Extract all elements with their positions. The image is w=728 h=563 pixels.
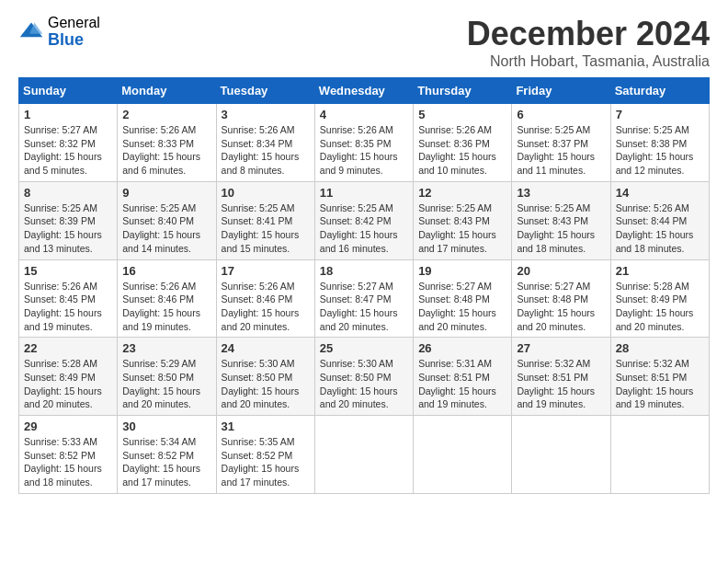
day-info: Sunrise: 5:26 AMSunset: 8:33 PMDaylight:… bbox=[122, 123, 210, 178]
page-header: General Blue December 2024 North Hobart,… bbox=[18, 15, 710, 70]
title-area: December 2024 North Hobart, Tasmania, Au… bbox=[467, 15, 710, 70]
day-info: Sunrise: 5:27 AMSunset: 8:48 PMDaylight:… bbox=[418, 280, 506, 334]
day-number: 10 bbox=[222, 186, 310, 200]
calendar-cell bbox=[414, 416, 512, 494]
day-number: 28 bbox=[616, 341, 704, 355]
calendar-cell: 3Sunrise: 5:26 AMSunset: 8:34 PMDaylight… bbox=[216, 104, 314, 182]
column-header-monday: Monday bbox=[118, 78, 216, 104]
calendar-cell: 23Sunrise: 5:29 AMSunset: 8:50 PMDayligh… bbox=[118, 338, 216, 416]
day-info: Sunrise: 5:28 AMSunset: 8:49 PMDaylight:… bbox=[24, 357, 112, 411]
calendar-week-row: 8Sunrise: 5:25 AMSunset: 8:39 PMDaylight… bbox=[19, 181, 710, 259]
day-number: 2 bbox=[122, 108, 210, 121]
subtitle: North Hobart, Tasmania, Australia bbox=[467, 53, 710, 70]
day-info: Sunrise: 5:26 AMSunset: 8:46 PMDaylight:… bbox=[222, 280, 310, 334]
column-header-saturday: Saturday bbox=[610, 78, 709, 104]
column-header-wednesday: Wednesday bbox=[314, 78, 413, 104]
day-info: Sunrise: 5:30 AMSunset: 8:50 PMDaylight:… bbox=[320, 357, 408, 411]
day-info: Sunrise: 5:25 AMSunset: 8:43 PMDaylight:… bbox=[517, 201, 605, 256]
calendar-header-row: SundayMondayTuesdayWednesdayThursdayFrid… bbox=[19, 78, 710, 104]
day-info: Sunrise: 5:26 AMSunset: 8:45 PMDaylight:… bbox=[24, 280, 112, 334]
day-info: Sunrise: 5:30 AMSunset: 8:50 PMDaylight:… bbox=[222, 357, 310, 411]
logo-text: General Blue bbox=[48, 15, 100, 49]
day-number: 23 bbox=[122, 341, 210, 355]
calendar-cell bbox=[314, 416, 413, 494]
main-title: December 2024 bbox=[467, 15, 710, 53]
day-info: Sunrise: 5:25 AMSunset: 8:39 PMDaylight:… bbox=[24, 201, 112, 256]
day-info: Sunrise: 5:26 AMSunset: 8:36 PMDaylight:… bbox=[418, 123, 506, 178]
calendar-cell: 31Sunrise: 5:35 AMSunset: 8:52 PMDayligh… bbox=[216, 416, 314, 494]
calendar-cell: 26Sunrise: 5:31 AMSunset: 8:51 PMDayligh… bbox=[414, 338, 512, 416]
day-info: Sunrise: 5:34 AMSunset: 8:52 PMDaylight:… bbox=[122, 435, 210, 489]
calendar-cell: 4Sunrise: 5:26 AMSunset: 8:35 PMDaylight… bbox=[314, 104, 413, 182]
calendar-cell: 18Sunrise: 5:27 AMSunset: 8:47 PMDayligh… bbox=[314, 259, 413, 338]
day-number: 18 bbox=[320, 264, 408, 278]
day-number: 22 bbox=[24, 341, 112, 355]
day-info: Sunrise: 5:27 AMSunset: 8:47 PMDaylight:… bbox=[320, 280, 408, 334]
column-header-friday: Friday bbox=[512, 78, 610, 104]
day-number: 29 bbox=[24, 419, 112, 433]
day-number: 6 bbox=[517, 108, 605, 121]
logo-blue: Blue bbox=[48, 31, 100, 50]
calendar-cell: 13Sunrise: 5:25 AMSunset: 8:43 PMDayligh… bbox=[512, 181, 610, 259]
day-number: 15 bbox=[24, 264, 112, 278]
day-info: Sunrise: 5:25 AMSunset: 8:38 PMDaylight:… bbox=[616, 123, 704, 178]
calendar-week-row: 15Sunrise: 5:26 AMSunset: 8:45 PMDayligh… bbox=[19, 259, 710, 338]
day-number: 7 bbox=[616, 108, 704, 121]
day-info: Sunrise: 5:25 AMSunset: 8:40 PMDaylight:… bbox=[122, 201, 210, 256]
calendar-cell: 2Sunrise: 5:26 AMSunset: 8:33 PMDaylight… bbox=[118, 104, 216, 182]
day-info: Sunrise: 5:27 AMSunset: 8:32 PMDaylight:… bbox=[24, 123, 112, 178]
calendar-cell: 14Sunrise: 5:26 AMSunset: 8:44 PMDayligh… bbox=[610, 181, 709, 259]
day-number: 17 bbox=[222, 264, 310, 278]
calendar-cell: 22Sunrise: 5:28 AMSunset: 8:49 PMDayligh… bbox=[19, 338, 118, 416]
day-number: 19 bbox=[418, 264, 506, 278]
day-number: 31 bbox=[222, 419, 310, 433]
day-number: 26 bbox=[418, 341, 506, 355]
day-info: Sunrise: 5:25 AMSunset: 8:43 PMDaylight:… bbox=[418, 201, 506, 256]
day-number: 30 bbox=[122, 419, 210, 433]
calendar-cell: 16Sunrise: 5:26 AMSunset: 8:46 PMDayligh… bbox=[118, 259, 216, 338]
day-info: Sunrise: 5:27 AMSunset: 8:48 PMDaylight:… bbox=[517, 280, 605, 334]
logo: General Blue bbox=[18, 15, 100, 49]
column-header-sunday: Sunday bbox=[19, 78, 118, 104]
day-number: 14 bbox=[616, 186, 704, 200]
calendar-cell: 27Sunrise: 5:32 AMSunset: 8:51 PMDayligh… bbox=[512, 338, 610, 416]
day-info: Sunrise: 5:35 AMSunset: 8:52 PMDaylight:… bbox=[222, 435, 310, 489]
calendar-cell: 1Sunrise: 5:27 AMSunset: 8:32 PMDaylight… bbox=[19, 104, 118, 182]
day-info: Sunrise: 5:26 AMSunset: 8:35 PMDaylight:… bbox=[320, 123, 408, 178]
calendar-cell: 20Sunrise: 5:27 AMSunset: 8:48 PMDayligh… bbox=[512, 259, 610, 338]
day-number: 4 bbox=[320, 108, 408, 121]
day-info: Sunrise: 5:29 AMSunset: 8:50 PMDaylight:… bbox=[122, 357, 210, 411]
column-header-tuesday: Tuesday bbox=[216, 78, 314, 104]
day-info: Sunrise: 5:25 AMSunset: 8:41 PMDaylight:… bbox=[222, 201, 310, 256]
day-info: Sunrise: 5:32 AMSunset: 8:51 PMDaylight:… bbox=[616, 357, 704, 411]
day-info: Sunrise: 5:26 AMSunset: 8:44 PMDaylight:… bbox=[616, 201, 704, 256]
calendar-week-row: 22Sunrise: 5:28 AMSunset: 8:49 PMDayligh… bbox=[19, 338, 710, 416]
day-number: 1 bbox=[24, 108, 112, 121]
calendar-cell: 9Sunrise: 5:25 AMSunset: 8:40 PMDaylight… bbox=[118, 181, 216, 259]
calendar-cell: 10Sunrise: 5:25 AMSunset: 8:41 PMDayligh… bbox=[216, 181, 314, 259]
calendar-cell: 24Sunrise: 5:30 AMSunset: 8:50 PMDayligh… bbox=[216, 338, 314, 416]
calendar-cell: 21Sunrise: 5:28 AMSunset: 8:49 PMDayligh… bbox=[610, 259, 709, 338]
calendar-cell: 15Sunrise: 5:26 AMSunset: 8:45 PMDayligh… bbox=[19, 259, 118, 338]
day-info: Sunrise: 5:33 AMSunset: 8:52 PMDaylight:… bbox=[24, 435, 112, 489]
calendar-week-row: 1Sunrise: 5:27 AMSunset: 8:32 PMDaylight… bbox=[19, 104, 710, 182]
calendar-cell: 6Sunrise: 5:25 AMSunset: 8:37 PMDaylight… bbox=[512, 104, 610, 182]
calendar-cell: 11Sunrise: 5:25 AMSunset: 8:42 PMDayligh… bbox=[314, 181, 413, 259]
day-number: 20 bbox=[517, 264, 605, 278]
day-number: 25 bbox=[320, 341, 408, 355]
day-info: Sunrise: 5:25 AMSunset: 8:42 PMDaylight:… bbox=[320, 201, 408, 256]
day-number: 8 bbox=[24, 186, 112, 200]
calendar-cell: 17Sunrise: 5:26 AMSunset: 8:46 PMDayligh… bbox=[216, 259, 314, 338]
calendar-cell: 5Sunrise: 5:26 AMSunset: 8:36 PMDaylight… bbox=[414, 104, 512, 182]
day-info: Sunrise: 5:28 AMSunset: 8:49 PMDaylight:… bbox=[616, 280, 704, 334]
day-number: 24 bbox=[222, 341, 310, 355]
day-number: 13 bbox=[517, 186, 605, 200]
day-info: Sunrise: 5:26 AMSunset: 8:46 PMDaylight:… bbox=[122, 280, 210, 334]
column-header-thursday: Thursday bbox=[414, 78, 512, 104]
calendar-cell: 8Sunrise: 5:25 AMSunset: 8:39 PMDaylight… bbox=[19, 181, 118, 259]
day-number: 16 bbox=[122, 264, 210, 278]
calendar-cell: 19Sunrise: 5:27 AMSunset: 8:48 PMDayligh… bbox=[414, 259, 512, 338]
day-info: Sunrise: 5:25 AMSunset: 8:37 PMDaylight:… bbox=[517, 123, 605, 178]
calendar-cell: 30Sunrise: 5:34 AMSunset: 8:52 PMDayligh… bbox=[118, 416, 216, 494]
day-number: 3 bbox=[222, 108, 310, 121]
